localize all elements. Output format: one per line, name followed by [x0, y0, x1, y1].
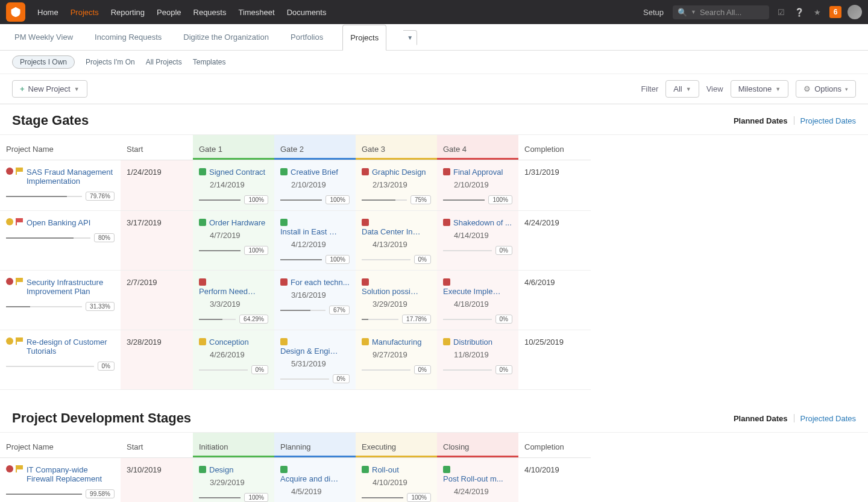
gate-progress: 75% — [410, 195, 431, 204]
plus-icon: + — [20, 84, 25, 93]
gate-cell: Shakedown of ...4/14/20190% — [437, 211, 518, 271]
start-cell: 3/10/2019 — [121, 458, 193, 502]
gate-link[interactable]: Execute Implem... — [443, 287, 503, 296]
planned-dates-toggle[interactable]: Planned Dates — [734, 414, 788, 423]
projected-dates-toggle[interactable]: Projected Dates — [800, 414, 857, 423]
gate-link[interactable]: Data Center Ins... — [362, 227, 422, 236]
flag-icon — [16, 218, 23, 225]
gate-date: 3/29/2019 — [373, 300, 431, 309]
setup-link[interactable]: Setup — [643, 8, 664, 17]
filter-dropdown[interactable]: All ▼ — [665, 80, 699, 98]
section-header: Project Development StagesPlanned DatesP… — [0, 402, 868, 433]
avatar[interactable] — [848, 5, 862, 19]
gate-link[interactable]: Post Roll-out m... — [443, 474, 503, 483]
completion-cell: 10/25/2019 — [518, 330, 591, 390]
project-link[interactable]: SAS Fraud Management Implementation — [27, 168, 115, 186]
gate-link[interactable]: Graphic Design — [372, 168, 426, 177]
view-value: Milestone — [738, 84, 772, 93]
tab-incoming-requests[interactable]: Incoming Requests — [92, 24, 164, 50]
gate-status-icon — [443, 168, 450, 175]
projected-dates-toggle[interactable]: Projected Dates — [800, 116, 857, 125]
notification-badge[interactable]: 6 — [829, 6, 841, 18]
gate-link[interactable]: For each techn... — [291, 278, 350, 287]
search-input[interactable]: 🔍 ▼ Search All... — [673, 5, 769, 19]
options-button[interactable]: ⚙ Options ▾ — [796, 80, 856, 98]
nav-home[interactable]: Home — [37, 8, 58, 17]
date-toggle: Planned DatesProjected Dates — [734, 116, 856, 125]
project-link[interactable]: IT Company-wide Firewall Replacement — [27, 465, 115, 483]
gate-link[interactable]: Install in East C... — [280, 227, 341, 236]
gate-link[interactable]: Order Hardware — [209, 218, 265, 227]
project-link[interactable]: Open Banking API — [27, 218, 115, 227]
gate-status-icon — [362, 466, 369, 473]
gate-link[interactable]: Final Approval — [453, 168, 503, 177]
chevron-down-icon: ▼ — [775, 86, 781, 92]
stage-grid: Project NameStartInitiationPlanningExecu… — [0, 433, 868, 502]
gate-link[interactable]: Creative Brief — [291, 168, 338, 177]
project-cell: Security Infrastructure Improvement Plan… — [0, 271, 121, 330]
tab-projects[interactable]: Projects — [342, 25, 386, 51]
new-project-button[interactable]: + New Project ▼ — [12, 80, 87, 98]
nav-projects[interactable]: Projects — [71, 8, 99, 17]
app-logo[interactable] — [6, 2, 25, 22]
gate-link[interactable]: Signed Contract — [209, 168, 265, 177]
nav-people[interactable]: People — [157, 8, 181, 17]
checkbox-icon[interactable]: ☑ — [775, 6, 787, 18]
project-link[interactable]: Re-design of Customer Tutorials — [27, 337, 115, 356]
nav-timesheet[interactable]: Timesheet — [238, 8, 274, 17]
gate-cell: Install in East C...4/12/2019100% — [274, 211, 356, 271]
gate-cell: Creative Brief2/10/2019100% — [274, 160, 356, 211]
gate-progress: 64.29% — [239, 315, 268, 324]
subtab-projects-i'm-on[interactable]: Projects I'm On — [86, 58, 135, 66]
gate-link[interactable]: Design — [209, 465, 233, 474]
divider — [794, 116, 794, 125]
project-link[interactable]: Security Infrastructure Improvement Plan — [27, 278, 115, 296]
gate-date: 3/16/2019 — [291, 290, 350, 300]
tab-digitize-the-organization[interactable]: Digitize the Organization — [181, 24, 271, 50]
col-project-name: Project Name — [0, 433, 121, 458]
gate-link[interactable]: Design & Engin... — [280, 347, 341, 356]
completion-date: 1/31/2019 — [524, 168, 559, 177]
col-g4: Gate 4 — [437, 135, 518, 160]
star-icon[interactable]: ★ — [811, 6, 823, 18]
filter-label: Filter — [641, 84, 658, 93]
toolbar: + New Project ▼ Filter All ▼ View Milest… — [0, 74, 868, 104]
planned-dates-toggle[interactable]: Planned Dates — [734, 116, 788, 125]
gate-link[interactable]: Manufacturing — [372, 337, 421, 347]
nav-reporting[interactable]: Reporting — [111, 8, 145, 17]
gate-progress: 100% — [244, 493, 268, 502]
gate-link[interactable]: Solution possibi... — [362, 287, 422, 296]
completion-cell: 4/6/2019 — [518, 271, 591, 330]
gate-link[interactable]: Distribution — [453, 337, 492, 347]
gate-status-icon — [362, 338, 369, 345]
start-date: 3/17/2019 — [127, 218, 162, 227]
gate-link[interactable]: Conception — [209, 337, 249, 347]
gate-status-icon — [199, 338, 206, 345]
help-icon[interactable]: ❔ — [793, 6, 805, 18]
nav-documents[interactable]: Documents — [287, 8, 327, 17]
gate-link[interactable]: Perform Needs ... — [199, 287, 259, 296]
gate-cell: Solution possibi...3/29/201917.78% — [356, 271, 437, 330]
gate-status-icon — [362, 278, 369, 286]
gate-link[interactable]: Acquire and dis... — [280, 474, 341, 483]
completion-date: 4/10/2019 — [524, 465, 559, 474]
divider — [794, 414, 794, 422]
gate-progress: 100% — [244, 246, 268, 255]
col-start: Start — [121, 433, 193, 458]
gate-link[interactable]: Roll-out — [372, 465, 399, 474]
gate-date: 4/12/2019 — [291, 240, 350, 249]
gate-date: 5/31/2019 — [291, 359, 350, 368]
view-dropdown[interactable]: Milestone ▼ — [731, 80, 789, 98]
subtab-all-projects[interactable]: All Projects — [146, 58, 182, 66]
subtab-templates[interactable]: Templates — [193, 58, 226, 66]
tab-portfolios[interactable]: Portfolios — [288, 24, 326, 50]
gate-date: 4/13/2019 — [373, 240, 431, 249]
subtab-projects-i-own[interactable]: Projects I Own — [12, 55, 75, 69]
gate-link[interactable]: Shakedown of ... — [453, 218, 512, 227]
status-dot-icon — [6, 168, 13, 175]
tab-dropdown[interactable]: ▼ — [403, 30, 417, 45]
gate-cell: For each techn...3/16/201967% — [274, 271, 356, 330]
start-date: 2/7/2019 — [127, 278, 157, 287]
nav-requests[interactable]: Requests — [193, 8, 227, 17]
tab-pm-weekly-view[interactable]: PM Weekly View — [12, 24, 75, 50]
